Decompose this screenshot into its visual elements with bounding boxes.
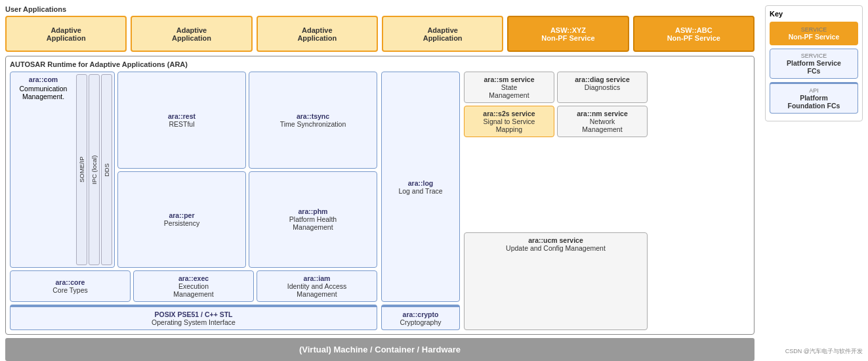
phm-title: ara::phm: [254, 207, 372, 215]
rest-tsync-col: ara::rest RESTful ara::per Persistency: [117, 72, 246, 268]
adaptive-app-2: AdaptiveApplication: [131, 16, 252, 52]
per-sub: Persistency: [123, 219, 241, 227]
core-box: ara::core Core Types: [10, 270, 131, 302]
key-title: Key: [770, 10, 858, 18]
ara-mid-col: ara::log Log and Trace ara::crypto Crypt…: [381, 72, 460, 330]
posix-title: POSIX PSE51 / C++ STL: [15, 310, 372, 318]
rest-sub: RESTful: [123, 120, 241, 128]
phm-sub: Platform HealthManagement: [254, 215, 372, 231]
ara-left-col: ara::com CommunicationManagement. SOME/I…: [10, 72, 377, 330]
iam-box: ara::iam Identity and AccessManagement: [257, 270, 377, 302]
phm-box: ara::phm Platform HealthManagement: [249, 171, 377, 268]
watermark: CSDN @汽车电子与软件开发: [765, 347, 863, 356]
com-section: ara::com CommunicationManagement. SOME/I…: [10, 72, 115, 268]
diag-title: ara::diag service: [575, 75, 629, 83]
core-title: ara::core: [15, 278, 125, 286]
crypto-box: ara::crypto Cryptography: [381, 305, 460, 330]
ara-right-col: ara::sm service StateManagement ara::dia…: [464, 72, 648, 330]
user-apps-row: AdaptiveApplication AdaptiveApplication …: [5, 16, 754, 52]
key-api-platform: API PlatformFoundation FCs: [770, 82, 858, 114]
left-panel: User Applications AdaptiveApplication Ad…: [0, 0, 760, 361]
ara-section: AUTOSAR Runtime for Adaptive Application…: [5, 56, 754, 335]
iam-sub: Identity and AccessManagement: [262, 282, 372, 298]
crypto-sub: Cryptography: [386, 318, 455, 326]
per-title: ara::per: [123, 211, 241, 219]
per-box: ara::per Persistency: [117, 171, 246, 268]
posix-box: POSIX PSE51 / C++ STL Operating System I…: [10, 305, 377, 330]
ucm-title: ara::ucm service: [528, 236, 583, 244]
nm-box: ara::nm service NetworkManagement: [557, 106, 648, 137]
sm-box: ara::sm service StateManagement: [464, 72, 554, 103]
s2s-sub: Signal to ServiceMapping: [484, 117, 535, 133]
tsync-sub: Time Synchronization: [254, 120, 372, 128]
s2s-box: ara::s2s service Signal to ServiceMappin…: [464, 106, 554, 137]
transport-col: SOME/IP IPC (local) DDS: [76, 72, 114, 267]
tsync-title: ara::tsync: [254, 112, 372, 120]
com-title: ara::com: [15, 75, 72, 83]
ara-content: ara::com CommunicationManagement. SOME/I…: [10, 72, 750, 330]
asw-xyz-box: ASW::XYZNon-PF Service: [507, 16, 629, 52]
s2s-nm-row: ara::s2s service Signal to ServiceMappin…: [464, 106, 648, 137]
spacer: [464, 140, 648, 230]
adaptive-app-3: AdaptiveApplication: [257, 16, 378, 52]
log-title: ara::log: [386, 179, 455, 187]
tsync-box: ara::tsync Time Synchronization: [249, 72, 377, 169]
adaptive-app-4: AdaptiveApplication: [382, 16, 503, 52]
nm-sub: NetworkManagement: [582, 117, 622, 133]
user-apps-label: User Applications: [5, 5, 754, 13]
transport-ipc: IPC (local): [89, 74, 100, 265]
diag-box: ara::diag service Diagnostics: [557, 72, 648, 103]
right-panel: Key SERVICE Non-PF Service SERVICE Platf…: [760, 0, 868, 361]
ara-title: AUTOSAR Runtime for Adaptive Application…: [10, 60, 750, 68]
diag-sub: Diagnostics: [585, 83, 620, 91]
log-sub: Log and Trace: [386, 187, 455, 195]
ucm-box: ara::ucm service Update and Config Manag…: [464, 232, 648, 330]
nm-title: ara::nm service: [577, 110, 628, 117]
tsync-phm-col: ara::tsync Time Synchronization ara::phm…: [249, 72, 377, 268]
transport-dds: DDS: [101, 74, 112, 265]
log-box: ara::log Log and Trace: [381, 72, 460, 302]
transport-someip: SOME/IP: [76, 74, 87, 265]
adaptive-app-1: AdaptiveApplication: [5, 16, 127, 52]
exec-box: ara::exec ExecutionManagement: [133, 270, 254, 302]
key-service-platform: SERVICE Platform ServiceFCs: [770, 49, 858, 79]
iam-title: ara::iam: [262, 274, 372, 282]
bottom-row: ara::core Core Types ara::exec Execution…: [10, 270, 377, 302]
sm-sub: StateManagement: [489, 83, 529, 99]
com-sub: CommunicationManagement.: [15, 85, 72, 100]
ucm-sub: Update and Config Management: [506, 244, 606, 252]
sm-title: ara::sm service: [484, 75, 534, 83]
rest-box: ara::rest RESTful: [117, 72, 246, 169]
com-box: ara::com CommunicationManagement.: [10, 72, 76, 267]
key-service-nonpf: SERVICE Non-PF Service: [770, 22, 858, 45]
key-panel: Key SERVICE Non-PF Service SERVICE Platf…: [765, 5, 863, 121]
crypto-title: ara::crypto: [386, 310, 455, 318]
exec-sub: ExecutionManagement: [138, 282, 249, 298]
exec-title: ara::exec: [138, 274, 249, 282]
s2s-title: ara::s2s service: [483, 110, 535, 117]
posix-sub: Operating System Interface: [15, 318, 372, 326]
rest-title: ara::rest: [123, 112, 241, 120]
main-wrapper: User Applications AdaptiveApplication Ad…: [0, 0, 868, 361]
asw-abc-box: ASW::ABCNon-PF Service: [633, 16, 754, 52]
core-sub: Core Types: [15, 286, 125, 294]
sm-diag-row: ara::sm service StateManagement ara::dia…: [464, 72, 648, 103]
vm-bar: (Virtual) Machine / Container / Hardware: [5, 338, 754, 361]
